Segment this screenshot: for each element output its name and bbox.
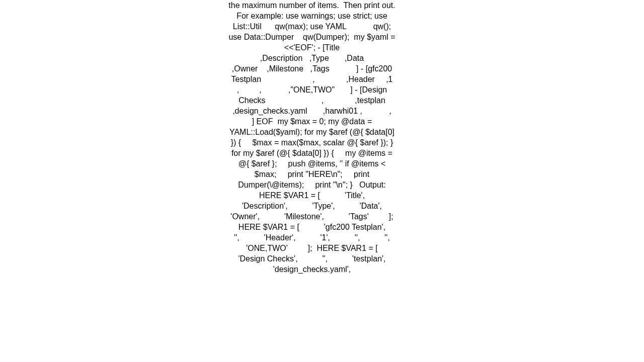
page: the maximum number of items. Then print … (0, 0, 644, 362)
document-body-text: the maximum number of items. Then print … (226, 0, 397, 275)
